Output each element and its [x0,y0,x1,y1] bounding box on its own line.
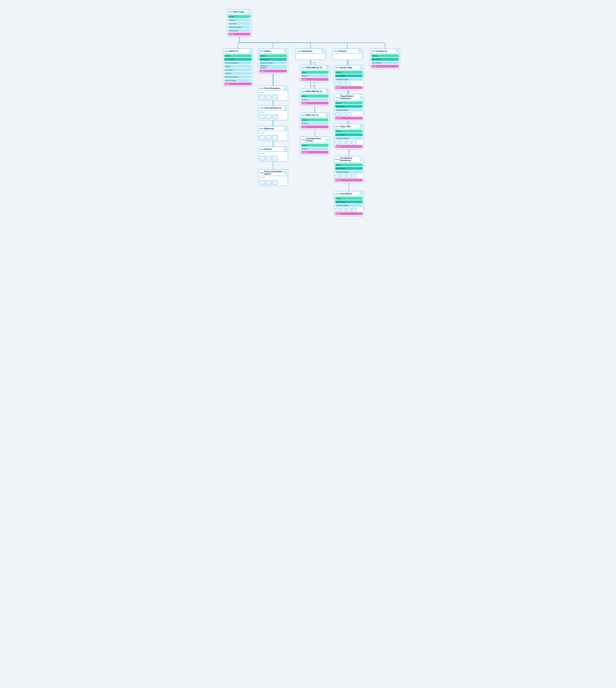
taylor-cat: Category images [335,137,362,140]
card-gallery-title: Gallery [264,50,284,52]
card-gallery-icon: ≡ [284,49,286,52]
fp4-projects: Projects [301,147,329,150]
thumb-3 [346,82,351,86]
card-fp3-icon: ≡ [326,114,328,116]
card-fp4-titlebar: Courtyard Pool Homes ≡ [300,136,330,143]
card-contact: Contact Us ≡ Header Hero section Info an… [370,48,400,69]
thumb-3 [346,208,351,212]
card-fp1-body: Header Projects Footer [300,70,330,82]
card-taylor-body: Header Hero section Category images Foot… [334,129,364,149]
card-glorias-title: Gloria's Way [340,66,360,69]
fp3-footer: Footer [301,125,329,128]
casabella-header: Header [335,197,362,200]
card-projects-body [333,53,362,60]
card-wisteria-title: The Wisteria Farmhouse [340,157,360,162]
card-gallery: Gallery ≡ Header Hero section Featured p… [258,48,288,74]
card-floorplans-titlebar: Floorplans ≡ [296,49,326,53]
taylor-hero: Hero section [335,133,362,136]
contact-infoform: Info and form [371,61,399,64]
about-workingprocess: Working Process [224,76,252,78]
fp2-footer: Footer [301,102,329,105]
tioga-header: Header [335,102,362,104]
card-about-title: About Us [229,50,249,52]
card-glorias-icon: ≡ [360,66,362,69]
card-floorplans-title: Floorplans [302,50,322,52]
gallery-footer: Footer [259,70,287,72]
card-casabella-icon: ≡ [360,192,362,195]
thumb-1 [335,82,340,86]
fp4-header: Header [301,144,329,147]
home-section-testimonials: Testimonials [228,29,250,32]
thumb-3 [346,174,351,178]
home-section-ourvision: Our vision [228,22,250,25]
card-kitchen-title: Kitchen [264,148,284,150]
card-contact-titlebar: Contact Us ≡ [370,49,400,53]
card-gallery-titlebar: Gallery ≡ [258,49,288,53]
thumb-1 [335,112,340,116]
card-fp1-titlebar: 1000-2000 Sq. Ft. ≡ [300,65,330,70]
fp3-header: Header [301,119,329,121]
contact-hero: Hero section [371,58,399,61]
card-wisteria-titlebar: The Wisteria Farmhouse ≡ [334,156,364,163]
contact-header: Header [371,54,399,57]
trim-gallery-label: Gallery [259,111,287,113]
about-header: Header [224,54,252,57]
card-contact-body: Header Hero section Info and form Footer [370,53,400,69]
thumb-1 [335,174,340,178]
card-fp-2000-3000: 2000-3000 Sq. Ft. ≡ Header Projects Foot… [300,89,330,106]
thumb-1 [335,141,340,145]
about-sectionimage: Section Image [224,79,252,82]
thumb-3 [272,156,278,160]
card-trim-title: Trim and Built ins [264,107,284,109]
thumb-2 [341,174,346,178]
card-projects-title: Projects [339,50,359,52]
card-bathroom-body: Gallery [258,131,288,141]
thumb-3 [346,112,351,116]
thumb-1 [259,156,265,160]
bathroom-gallery-label: Gallery [259,132,287,134]
card-fp4-title: Courtyard Pool Homes [306,137,326,142]
about-footer: Footer [224,82,252,85]
card-fp-3000-plus: 3000+ Sq. Ft. ≡ Header Projects Footer [300,113,330,130]
about-people: People [224,65,252,68]
tioga-footer: Footer [335,117,362,120]
card-bathroom-titlebar: Bathroom ≡ [258,126,288,131]
wisteria-cat: Category images [335,170,362,173]
tioga-cat: Category images [335,108,362,111]
contact-footer: Footer [371,65,399,68]
glorias-header: Header [335,71,362,74]
home-section-header: Header [228,15,250,18]
gallery-featured: Featured projects [259,61,287,64]
thumb-1 [259,180,265,185]
card-pools-titlebar: Pools and Outdoor spaces ≡ [258,170,288,176]
card-front-elev-title: Front Elevations [264,87,284,89]
glorias-thumbs [335,82,362,86]
card-contact-title: Contact Us [376,50,396,52]
card-trim-icon: ≡ [284,106,286,109]
wisteria-thumbs [335,174,362,178]
card-wisteria-icon: ≡ [360,158,362,161]
home-section-featuredprojects: Featured projects [228,26,250,28]
home-section-footer: Footer [228,33,250,36]
card-kitchen: Kitchen ≡ Gallery [258,147,288,162]
casabella-thumbs [335,208,362,212]
card-glorias-body: Header Hero section Category images Foot… [334,70,364,90]
thumb-4 [352,141,357,145]
thumb-3 [272,114,278,119]
card-fp2-titlebar: 2000-3000 Sq. Ft. ≡ [300,89,330,94]
card-front-elev-titlebar: Front Elevations ≡ [258,86,288,91]
card-projects-titlebar: Projects ≡ [333,49,362,53]
taylor-header: Header [335,130,362,133]
card-bathroom-title: Bathroom [264,127,284,130]
fp1-projects: Projects [301,74,329,77]
card-fp3-titlebar: 3000+ Sq. Ft. ≡ [300,113,330,117]
fp1-header: Header [301,71,329,74]
about-hero: Hero section [224,58,252,61]
wisteria-header: Header [335,164,362,166]
card-gallery-body: Header Hero section Featured projects Ca… [258,53,288,73]
card-home-icon: ≡ [248,10,250,13]
glorias-cat: Category images [335,78,362,81]
home-section-aboutus: About us [228,19,250,21]
card-kitchen-icon: ≡ [284,148,286,151]
card-front-elevations: Front Elevations ≡ Gallery [258,86,288,101]
